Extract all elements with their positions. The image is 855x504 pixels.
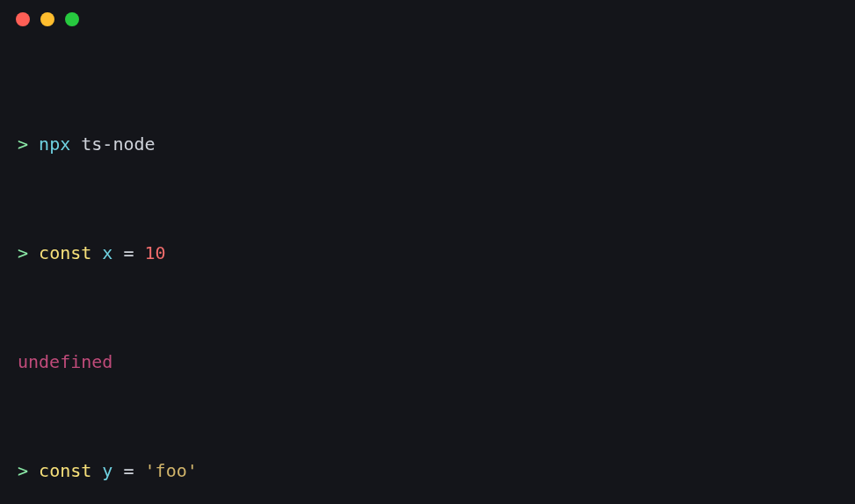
number-literal: 10 bbox=[145, 242, 166, 263]
keyword-const: const bbox=[39, 460, 91, 481]
terminal-window: > npx ts-node > const x = 10 undefined >… bbox=[0, 0, 855, 504]
result-undefined: undefined bbox=[18, 349, 837, 376]
equals-op: = bbox=[123, 242, 134, 263]
keyword-const: const bbox=[39, 242, 91, 263]
identifier: y bbox=[102, 460, 112, 481]
equals-op: = bbox=[123, 460, 134, 481]
terminal-output[interactable]: > npx ts-node > const x = 10 undefined >… bbox=[0, 35, 855, 504]
string-literal: 'foo' bbox=[145, 460, 198, 481]
command-token: npx bbox=[39, 133, 70, 155]
prompt-symbol: > bbox=[18, 242, 28, 263]
repl-line: > const y = 'foo' bbox=[18, 457, 837, 485]
repl-line: > npx ts-node bbox=[18, 131, 837, 158]
command-arg: ts-node bbox=[81, 133, 155, 155]
repl-line: > const x = 10 bbox=[18, 240, 837, 267]
close-icon[interactable] bbox=[16, 12, 30, 26]
maximize-icon[interactable] bbox=[65, 12, 79, 26]
prompt-symbol: > bbox=[18, 460, 28, 481]
identifier: x bbox=[102, 242, 112, 263]
prompt-symbol: > bbox=[18, 133, 28, 155]
titlebar bbox=[0, 0, 855, 35]
minimize-icon[interactable] bbox=[40, 12, 54, 26]
